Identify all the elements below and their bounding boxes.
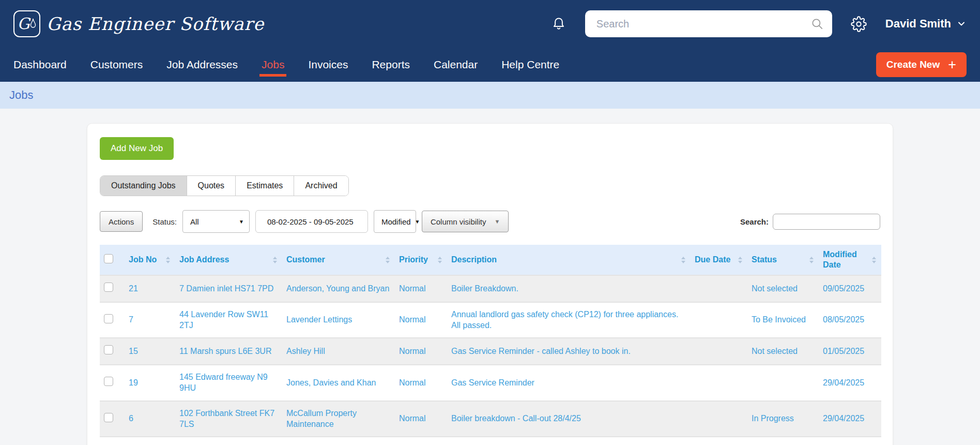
notifications-button[interactable] bbox=[551, 16, 566, 32]
sort-icon[interactable] bbox=[272, 256, 278, 264]
description-link[interactable]: Annual landlord gas safety check (CP12) … bbox=[451, 310, 678, 330]
column-header-job-address[interactable]: Job Address bbox=[175, 245, 282, 275]
job-address-link[interactable]: 145 Edward freeway N9 9HU bbox=[179, 373, 268, 392]
user-menu[interactable]: David Smith bbox=[885, 17, 967, 31]
sort-icon[interactable] bbox=[165, 256, 171, 264]
jobs-tabs: Outstanding Jobs Quotes Estimates Archiv… bbox=[100, 175, 349, 196]
tab-outstanding-jobs[interactable]: Outstanding Jobs bbox=[100, 176, 187, 196]
column-visibility-button[interactable]: Column visibility ▼ bbox=[422, 211, 509, 232]
nav-item-reports[interactable]: Reports bbox=[372, 58, 410, 71]
add-new-job-button[interactable]: Add New Job bbox=[100, 137, 174, 160]
sort-icon[interactable] bbox=[737, 256, 743, 264]
nav-item-job-addresses[interactable]: Job Addresses bbox=[166, 58, 238, 71]
gear-icon bbox=[851, 16, 867, 32]
priority-link[interactable]: Normal bbox=[399, 284, 426, 293]
column-visibility-label: Column visibility bbox=[431, 217, 486, 226]
settings-button[interactable] bbox=[851, 16, 867, 32]
app-logo[interactable]: G Gas Engineer Software bbox=[13, 10, 264, 37]
description-link[interactable]: Gas Service Reminder bbox=[451, 378, 534, 387]
row-checkbox[interactable] bbox=[104, 345, 113, 354]
modified-date-link[interactable]: 01/05/2025 bbox=[823, 347, 864, 355]
nav-item-invoices[interactable]: Invoices bbox=[308, 58, 348, 71]
table-header-row: Job No Job Address Customer Priority Des… bbox=[100, 245, 881, 275]
global-search bbox=[585, 10, 832, 37]
column-header-modified-date[interactable]: Modified Date bbox=[819, 245, 881, 275]
breadcrumb: Jobs bbox=[0, 82, 980, 109]
job-address-link[interactable]: 11 Marsh spurs L6E 3UR bbox=[179, 347, 271, 355]
select-all-header bbox=[100, 245, 125, 275]
sort-icon[interactable] bbox=[871, 256, 877, 264]
row-checkbox[interactable] bbox=[104, 314, 113, 323]
nav-item-help-centre[interactable]: Help Centre bbox=[501, 58, 559, 71]
row-checkbox[interactable] bbox=[104, 413, 113, 422]
tab-estimates[interactable]: Estimates bbox=[235, 176, 294, 196]
global-search-input[interactable] bbox=[585, 10, 832, 37]
status-link[interactable]: In Progress bbox=[752, 414, 794, 423]
table-row: 19145 Edward freeway N9 9HUJones, Davies… bbox=[100, 365, 881, 401]
priority-link[interactable]: Normal bbox=[399, 315, 426, 324]
status-filter-select[interactable]: All ▼ bbox=[182, 210, 250, 233]
date-range-input[interactable] bbox=[255, 210, 368, 233]
nav-item-jobs[interactable]: Jobs bbox=[262, 58, 284, 71]
column-header-job-no[interactable]: Job No bbox=[125, 245, 175, 275]
status-link[interactable]: Not selected bbox=[752, 347, 798, 355]
priority-link[interactable]: Normal bbox=[399, 414, 426, 423]
select-all-checkbox[interactable] bbox=[104, 254, 113, 263]
job-no-link[interactable]: 21 bbox=[129, 284, 138, 293]
jobs-table: Job No Job Address Customer Priority Des… bbox=[100, 245, 881, 445]
job-no-link[interactable]: 7 bbox=[129, 315, 133, 324]
job-no-link[interactable]: 15 bbox=[129, 347, 138, 355]
modified-date-link[interactable]: 08/05/2025 bbox=[823, 315, 864, 324]
status-link[interactable]: Not selected bbox=[752, 284, 798, 293]
description-link[interactable]: Boiler Breakdown. bbox=[451, 284, 518, 293]
job-no-link[interactable]: 6 bbox=[129, 414, 133, 423]
customer-link[interactable]: Anderson, Young and Bryan bbox=[286, 284, 389, 293]
user-name: David Smith bbox=[885, 17, 951, 31]
main-nav: Dashboard Customers Job Addresses Jobs I… bbox=[0, 48, 980, 82]
priority-link[interactable]: Normal bbox=[399, 378, 426, 387]
job-no-link[interactable]: 19 bbox=[129, 378, 138, 387]
modified-date-link[interactable]: 29/04/2025 bbox=[823, 378, 864, 387]
modified-date-link[interactable]: 29/04/2025 bbox=[823, 414, 864, 423]
job-address-link[interactable]: 102 Forthbank Street FK7 7LS bbox=[179, 409, 274, 428]
column-header-description[interactable]: Description bbox=[447, 245, 691, 275]
modified-date-link[interactable]: 09/05/2025 bbox=[823, 284, 864, 293]
table-search-input[interactable] bbox=[773, 214, 880, 230]
sort-icon[interactable] bbox=[680, 256, 686, 264]
status-link[interactable]: To Be Invoiced bbox=[752, 315, 806, 324]
table-row: 1511 Marsh spurs L6E 3URAshley HillNorma… bbox=[100, 338, 881, 365]
column-header-customer[interactable]: Customer bbox=[282, 245, 395, 275]
priority-link[interactable]: Normal bbox=[399, 347, 426, 355]
tab-archived[interactable]: Archived bbox=[294, 176, 348, 196]
nav-item-calendar[interactable]: Calendar bbox=[434, 58, 478, 71]
create-new-button[interactable]: Create New + bbox=[876, 52, 967, 77]
nav-item-customers[interactable]: Customers bbox=[90, 58, 143, 71]
create-new-label: Create New bbox=[886, 59, 940, 70]
customer-link[interactable]: Jones, Davies and Khan bbox=[286, 378, 376, 387]
description-link[interactable]: Gas Service Reminder - called Ashley to … bbox=[451, 347, 631, 355]
customer-link[interactable]: Lavender Lettings bbox=[286, 315, 352, 324]
logo-wordmark: Gas Engineer Software bbox=[47, 13, 264, 34]
job-address-link[interactable]: 7 Damien inlet HS71 7PD bbox=[179, 284, 273, 293]
nav-item-dashboard[interactable]: Dashboard bbox=[13, 58, 67, 71]
sort-icon[interactable] bbox=[437, 256, 443, 264]
breadcrumb-jobs-link[interactable]: Jobs bbox=[9, 88, 33, 102]
sort-icon[interactable] bbox=[808, 256, 815, 264]
row-checkbox[interactable] bbox=[104, 377, 113, 386]
status-filter-label: Status: bbox=[152, 217, 177, 226]
description-link[interactable]: Boiler breakdown - Call-out 28/4/25 bbox=[451, 414, 581, 423]
customer-link[interactable]: McCallum Property Maintenance bbox=[286, 409, 357, 428]
row-checkbox[interactable] bbox=[104, 283, 113, 292]
sort-icon[interactable] bbox=[385, 256, 391, 264]
logo-monogram: G bbox=[18, 16, 30, 32]
tab-quotes[interactable]: Quotes bbox=[187, 176, 236, 196]
actions-button[interactable]: Actions bbox=[100, 211, 143, 232]
select-arrow-icon: ▼ bbox=[239, 219, 244, 225]
column-header-due-date[interactable]: Due Date bbox=[691, 245, 747, 275]
column-header-priority[interactable]: Priority bbox=[395, 245, 447, 275]
column-header-status[interactable]: Status bbox=[747, 245, 819, 275]
job-address-link[interactable]: 44 Lavender Row SW11 2TJ bbox=[179, 310, 268, 330]
sort-by-select[interactable]: Modified ▼ bbox=[374, 210, 416, 233]
table-search-label: Search: bbox=[740, 217, 769, 226]
customer-link[interactable]: Ashley Hill bbox=[286, 347, 325, 355]
